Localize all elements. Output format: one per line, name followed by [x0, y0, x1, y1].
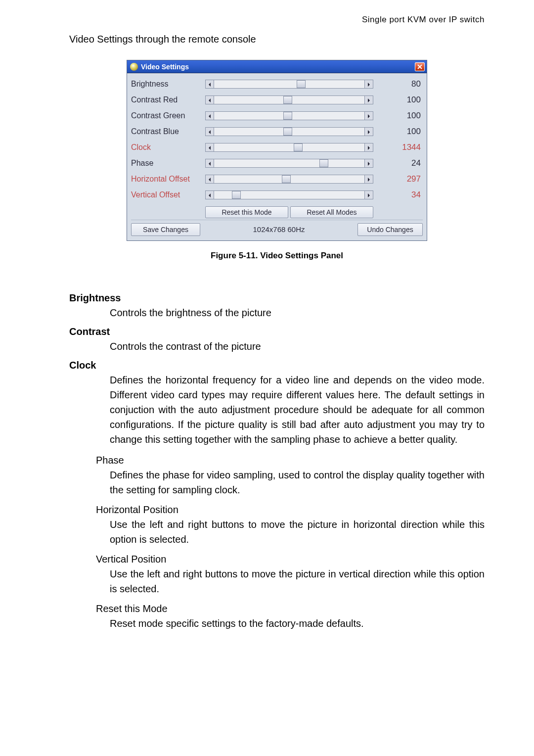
arrow-left-icon — [208, 175, 211, 184]
slider-track[interactable] — [214, 143, 364, 152]
def-hpos: Use the left and right buttons to move t… — [69, 517, 485, 547]
slider-control[interactable] — [205, 175, 373, 184]
reset-all-modes-button[interactable]: Reset All Modes — [290, 206, 373, 218]
slider-value: 34 — [378, 190, 423, 200]
arrow-right-icon — [367, 159, 370, 168]
figure-caption: Figure 5-11. Video Settings Panel — [69, 251, 485, 261]
titlebar: Video Settings — [127, 60, 427, 73]
def-contrast: Controls the contrast of the picture — [69, 339, 485, 354]
arrow-right-icon — [367, 95, 370, 104]
def-brightness: Controls the brightness of the picture — [69, 305, 485, 320]
slider-left-button[interactable] — [205, 111, 214, 120]
slider-row: Contrast Green100 — [131, 108, 423, 124]
slider-left-button[interactable] — [205, 95, 214, 104]
slider-track[interactable] — [214, 159, 364, 168]
slider-right-button[interactable] — [364, 175, 373, 184]
slider-left-button[interactable] — [205, 190, 214, 199]
slider-thumb[interactable] — [297, 80, 306, 88]
page-header-right: Single port KVM over IP switch — [69, 15, 485, 25]
term-resetmode: Reset this Mode — [69, 601, 485, 616]
video-settings-panel: Video Settings Brightness80Contrast Red1… — [127, 60, 427, 241]
slider-control[interactable] — [205, 127, 373, 136]
save-changes-button[interactable]: Save Changes — [131, 223, 200, 236]
reset-this-mode-button[interactable]: Reset this Mode — [205, 206, 288, 218]
slider-thumb[interactable] — [232, 191, 241, 199]
slider-label: Brightness — [131, 80, 205, 89]
arrow-right-icon — [367, 111, 370, 120]
slider-right-button[interactable] — [364, 95, 373, 104]
arrow-right-icon — [367, 127, 370, 136]
close-button[interactable] — [415, 62, 425, 71]
slider-thumb[interactable] — [283, 96, 292, 104]
slider-label: Contrast Red — [131, 95, 205, 104]
slider-thumb[interactable] — [282, 175, 291, 183]
slider-row: Horizontal Offset297 — [131, 171, 423, 187]
slider-track[interactable] — [214, 95, 364, 104]
slider-control[interactable] — [205, 159, 373, 168]
slider-label: Clock — [131, 143, 205, 152]
slider-left-button[interactable] — [205, 159, 214, 168]
window-title: Video Settings — [141, 63, 189, 71]
slider-thumb[interactable] — [283, 112, 292, 120]
slider-value: 1344 — [378, 142, 423, 152]
slider-row: Contrast Red100 — [131, 92, 423, 108]
slider-right-button[interactable] — [364, 190, 373, 199]
slider-control[interactable] — [205, 111, 373, 120]
slider-right-button[interactable] — [364, 143, 373, 152]
term-hpos: Horizontal Position — [69, 502, 485, 517]
slider-label: Vertical Offset — [131, 190, 205, 199]
arrow-left-icon — [208, 190, 211, 199]
slider-track[interactable] — [214, 111, 364, 120]
slider-control[interactable] — [205, 190, 373, 199]
term-phase: Phase — [69, 453, 485, 468]
slider-value: 80 — [378, 79, 423, 89]
arrow-right-icon — [367, 143, 370, 152]
slider-row: Phase24 — [131, 155, 423, 171]
slider-control[interactable] — [205, 143, 373, 152]
term-vpos: Vertical Position — [69, 552, 485, 567]
slider-right-button[interactable] — [364, 111, 373, 120]
slider-left-button[interactable] — [205, 127, 214, 136]
slider-row: Clock1344 — [131, 140, 423, 155]
term-clock: Clock — [69, 358, 485, 373]
undo-changes-button[interactable]: Undo Changes — [357, 223, 423, 236]
slider-thumb[interactable] — [294, 143, 303, 151]
arrow-left-icon — [208, 111, 211, 120]
slider-value: 297 — [378, 174, 423, 184]
arrow-right-icon — [367, 80, 370, 89]
slider-value: 100 — [378, 95, 423, 105]
slider-label: Contrast Green — [131, 111, 205, 120]
slider-left-button[interactable] — [205, 143, 214, 152]
slider-track[interactable] — [214, 190, 364, 199]
def-phase: Defines the phase for video sampling, us… — [69, 468, 485, 497]
slider-value: 100 — [378, 127, 423, 137]
slider-track[interactable] — [214, 80, 364, 89]
bottom-row: Save Changes 1024x768 60Hz Undo Changes — [131, 220, 423, 236]
arrow-left-icon — [208, 80, 211, 89]
reset-row: Reset this Mode Reset All Modes — [131, 205, 423, 220]
slider-thumb[interactable] — [283, 128, 292, 136]
slider-left-button[interactable] — [205, 175, 214, 184]
slider-value: 24 — [378, 158, 423, 168]
slider-label: Contrast Blue — [131, 127, 205, 136]
slider-thumb[interactable] — [319, 159, 328, 167]
window-icon — [130, 63, 138, 71]
def-resetmode: Reset mode specific settings to the fact… — [69, 616, 485, 631]
arrow-left-icon — [208, 127, 211, 136]
slider-label: Phase — [131, 159, 205, 168]
def-vpos: Use the left and right buttons to move t… — [69, 567, 485, 596]
slider-right-button[interactable] — [364, 80, 373, 89]
arrow-right-icon — [367, 190, 370, 199]
slider-label: Horizontal Offset — [131, 175, 205, 184]
term-contrast: Contrast — [69, 324, 485, 339]
slider-row: Contrast Blue100 — [131, 124, 423, 140]
slider-right-button[interactable] — [364, 127, 373, 136]
slider-track[interactable] — [214, 127, 364, 136]
slider-right-button[interactable] — [364, 159, 373, 168]
slider-control[interactable] — [205, 80, 373, 89]
term-brightness: Brightness — [69, 290, 485, 305]
resolution-text: 1024x768 60Hz — [200, 225, 357, 234]
slider-control[interactable] — [205, 95, 373, 104]
slider-track[interactable] — [214, 175, 364, 184]
slider-left-button[interactable] — [205, 80, 214, 89]
